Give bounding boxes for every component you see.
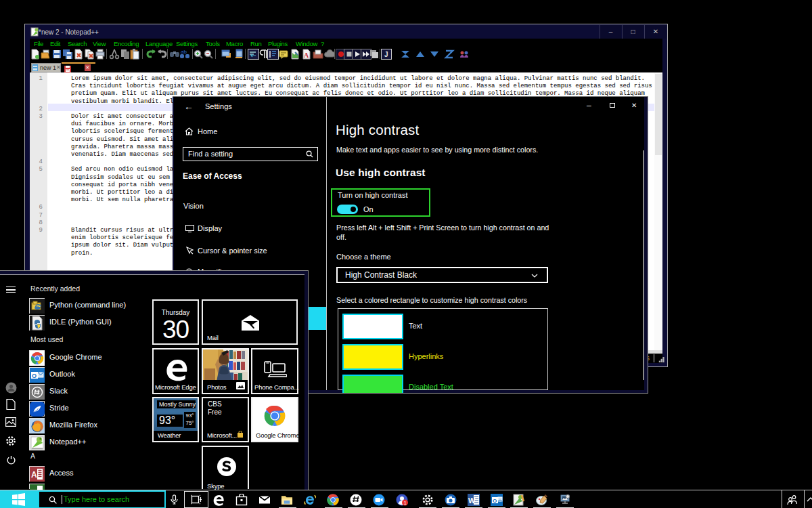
svg-text:A: A bbox=[304, 51, 309, 59]
svg-text:A: A bbox=[31, 470, 37, 480]
svg-text:ab: ab bbox=[181, 49, 187, 55]
svg-text:O: O bbox=[493, 498, 497, 504]
svg-text:W: W bbox=[468, 496, 476, 505]
svg-text:1: 1 bbox=[404, 501, 407, 505]
svg-text:O: O bbox=[32, 372, 37, 379]
svg-text:J: J bbox=[384, 51, 388, 58]
